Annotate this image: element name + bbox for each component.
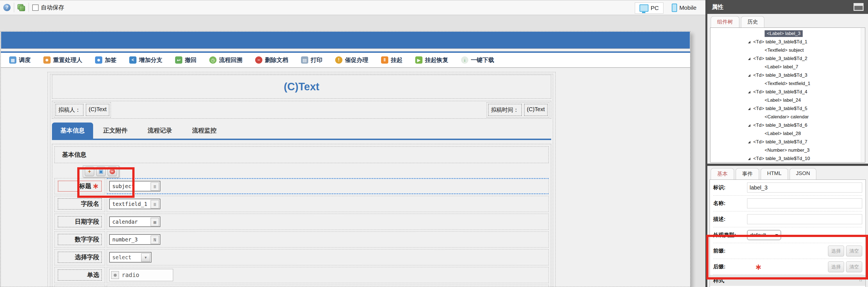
field-cell[interactable]: radio (107, 267, 549, 283)
wf-button-urge-bell[interactable]: !催促办理 (335, 56, 368, 64)
field-cell[interactable]: textfield_1≡ (107, 196, 549, 212)
maximize-icon[interactable] (854, 3, 864, 11)
tree-expand-icon[interactable] (748, 158, 750, 160)
select-field[interactable]: select▼ (109, 252, 152, 262)
label-cell[interactable]: 选择字段 (55, 249, 105, 265)
tree-node-label: <Td> table_3_table$Td_5 (753, 106, 807, 111)
tab-HTML[interactable]: HTML (761, 168, 788, 180)
prefix-clear-button[interactable]: 清空 (846, 246, 862, 256)
tree-node[interactable]: <Td> table_3_table$Td_3 (710, 71, 865, 79)
mini-copy-icon[interactable]: ▣ (96, 167, 105, 176)
pc-mode-button[interactable]: PC (635, 2, 663, 13)
wf-button-add-branch[interactable]: <增加分支 (129, 56, 162, 64)
panel-splitter[interactable] (707, 164, 868, 166)
draft-time-value[interactable]: (C)Text (524, 104, 548, 116)
field-cell[interactable] (107, 285, 549, 287)
tree-node[interactable]: <Td> table_3_table$Td_5 (710, 104, 865, 113)
autosave-checkbox[interactable] (32, 4, 39, 11)
tree-node[interactable]: <Textfield> textfield_1 (710, 79, 865, 88)
label-cell[interactable] (55, 285, 105, 287)
id-input[interactable] (747, 183, 862, 193)
prefix-select-button[interactable]: 选择 (828, 246, 844, 256)
appearance-select[interactable]: default ▾ (747, 230, 781, 240)
date-field[interactable]: calendar▦ (109, 217, 160, 227)
tree-node[interactable]: <Td> table_3_table$Td_7 (710, 138, 865, 146)
tree-node[interactable]: <Label> label_3 (710, 29, 865, 38)
drafter-value[interactable]: (C)Text (86, 104, 109, 116)
field-label[interactable]: 字段名 (58, 198, 102, 210)
tree-expand-icon[interactable] (748, 74, 750, 77)
wf-button-resume[interactable]: ▶挂起恢复 (415, 56, 448, 64)
help-icon[interactable]: ? (3, 4, 10, 11)
desc-input[interactable] (747, 214, 862, 224)
device-switch: PC Mobile (635, 2, 701, 13)
tree-node[interactable]: <Td> table_3_table$Td_2 (710, 55, 865, 63)
tree-expand-icon[interactable] (748, 124, 750, 127)
label-cell[interactable]: 数字字段 (55, 231, 105, 248)
field-cell[interactable]: select▼ (107, 249, 549, 265)
tab-历史[interactable]: 历史 (741, 16, 764, 28)
save-layers-icon[interactable] (18, 4, 25, 11)
form-tab-1[interactable]: 基本信息 (52, 123, 93, 139)
label-cell[interactable]: 字段名 (55, 196, 105, 212)
tree-node[interactable]: <Textfield> subject (710, 46, 865, 55)
mini-remove-icon[interactable]: − (107, 167, 117, 176)
tree-node[interactable]: <Label> label_24 (710, 96, 865, 104)
tree-expand-icon[interactable] (748, 141, 750, 144)
remove-icon: − (110, 169, 115, 174)
text-field[interactable]: subject≡ (109, 181, 160, 191)
label-cell[interactable]: 日期字段 (55, 214, 105, 230)
form-tab-2[interactable]: 正文附件 (93, 123, 137, 139)
tree-scrollbar[interactable] (861, 28, 865, 162)
field-label[interactable]: 选择字段 (58, 252, 102, 263)
tab-JSON[interactable]: JSON (789, 168, 816, 180)
tree-node[interactable]: <Label> label_7 (710, 63, 865, 71)
name-input[interactable] (747, 198, 862, 209)
wf-button-suspend[interactable]: ‖挂起 (381, 56, 402, 64)
mini-add-node-icon[interactable]: + (85, 167, 94, 176)
wf-button-print[interactable]: ▤打印 (301, 56, 322, 64)
wf-button-download[interactable]: ↓一键下载 (461, 56, 494, 64)
field-label[interactable]: 数字字段 (58, 234, 102, 245)
wf-button-countersign[interactable]: ☻加签 (95, 56, 117, 64)
field-cell[interactable]: calendar▦ (107, 214, 549, 230)
field-cell[interactable]: subject≡ (107, 178, 549, 194)
radio-button-icon[interactable] (111, 271, 119, 279)
dropdown-arrow-icon[interactable]: ▼ (141, 253, 150, 262)
wf-button-flow-backtrack[interactable]: ◷流程回溯 (209, 56, 242, 64)
wf-button-delete-document[interactable]: −删除文档 (255, 56, 288, 64)
wf-button-schedule[interactable]: ▦调度 (9, 56, 31, 64)
field-label[interactable]: 日期字段 (58, 216, 102, 227)
label-cell[interactable]: 标题∗ (55, 178, 105, 194)
tree-expand-icon[interactable] (748, 91, 750, 93)
tree-node[interactable]: <Td> table_3_table$Td_1 (710, 38, 865, 46)
tree-expand-icon[interactable] (748, 58, 750, 60)
tab-基本[interactable]: 基本 (711, 168, 734, 180)
tree-node[interactable]: <Td> table_3_table$Td_10 (710, 155, 865, 162)
tree-node[interactable]: <Td> table_3_table$Td_6 (710, 121, 865, 129)
tree-node[interactable]: <Td> table_3_table$Td_4 (710, 88, 865, 96)
tab-组件树[interactable]: 组件树 (711, 16, 739, 28)
radio-field[interactable]: radio (109, 269, 173, 281)
wf-button-withdraw[interactable]: ↩撤回 (175, 56, 196, 64)
tree-node[interactable]: <Label> label_28 (710, 129, 865, 138)
wf-button-label: 重置处理人 (53, 56, 82, 64)
tab-事件[interactable]: 事件 (736, 168, 759, 180)
suffix-clear-button[interactable]: 清空 (846, 261, 862, 272)
field-label[interactable]: 单选 (58, 269, 102, 281)
field-cell[interactable]: number_3N (107, 231, 549, 248)
mobile-mode-button[interactable]: Mobile (667, 2, 701, 13)
form-tab-3[interactable]: 流程记录 (137, 123, 182, 139)
label-cell[interactable]: 单选 (55, 267, 105, 283)
field-label[interactable]: 标题∗ (58, 181, 102, 192)
tree-node[interactable]: <Calendar> calendar (710, 113, 865, 121)
wf-button-reset-handler[interactable]: ☻重置处理人 (43, 56, 82, 64)
suffix-select-button[interactable]: 选择 (828, 261, 844, 272)
tree-expand-icon[interactable] (748, 107, 750, 110)
text-field[interactable]: textfield_1≡ (109, 199, 160, 209)
tree-node[interactable]: <Number> number_3 (710, 146, 865, 155)
form-tab-4[interactable]: 流程监控 (182, 123, 226, 139)
number-field[interactable]: number_3N (109, 234, 160, 245)
tree-expand-icon[interactable] (748, 41, 750, 43)
style-section-header[interactable]: 样式 ‹› (710, 275, 866, 286)
